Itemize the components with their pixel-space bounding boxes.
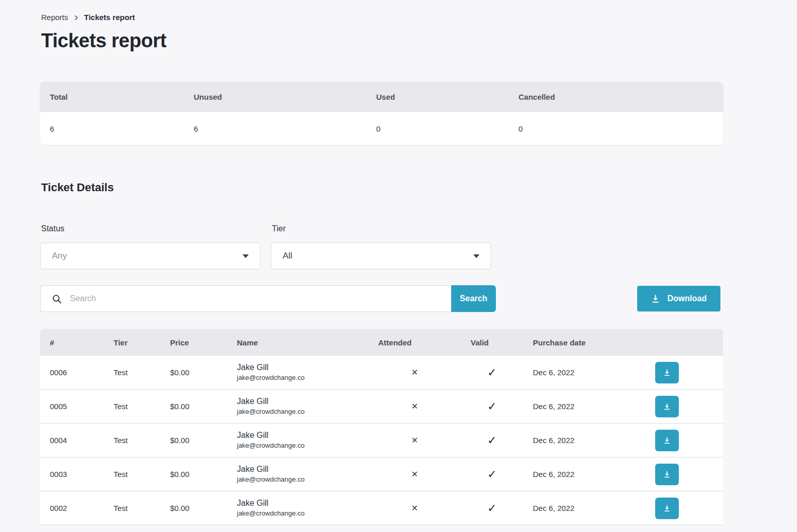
download-button-label: Download [668,294,707,303]
row-actions-cell [637,362,723,383]
summary-header-row: Total Unused Used Cancelled [40,82,723,112]
ticket-number: 0002 [40,504,104,512]
table-row: 0005 Test $0.00 Jake Gill jake@crowdchan… [40,390,723,424]
ticket-buyer: Jake Gill jake@crowdchange.co [227,396,368,416]
download-icon [651,295,660,303]
ticket-number: 0005 [40,402,104,411]
summary-card: Total Unused Used Cancelled 6 6 0 0 [40,82,723,145]
purchase-date: Dec 6, 2022 [523,470,637,479]
tier-select[interactable]: All [271,243,491,269]
ticket-buyer: Jake Gill jake@crowdchange.co [227,430,368,450]
valid-cell: ✓ [461,366,523,379]
search-box [40,285,451,312]
ticket-buyer: Jake Gill jake@crowdchange.co [227,464,368,484]
purchase-date: Dec 6, 2022 [523,436,637,445]
row-actions-cell [637,464,723,485]
status-select-value: Any [52,251,67,261]
table-row: 0004 Test $0.00 Jake Gill jake@crowdchan… [40,424,723,457]
ticket-tier: Test [104,504,160,512]
caret-down-icon [473,254,479,258]
download-icon [663,403,671,410]
summary-unused-value: 6 [184,124,366,133]
col-valid-header: Valid [461,338,523,347]
summary-col-cancelled: Cancelled [509,93,723,101]
col-number-header: # [40,338,104,347]
x-mark-icon: ✕ [411,470,418,479]
download-button[interactable]: Download [637,286,720,311]
buyer-email: jake@crowdchange.co [237,374,368,382]
buyer-email: jake@crowdchange.co [237,442,368,450]
search-row: Search Download [40,285,723,312]
status-label: Status [40,224,261,233]
summary-col-total: Total [40,93,184,101]
download-icon [663,369,671,376]
check-mark-icon: ✓ [487,400,496,413]
search-input[interactable] [41,286,451,311]
table-row: 0002 Test $0.00 Jake Gill jake@crowdchan… [40,491,723,525]
x-mark-icon: ✕ [411,368,418,377]
purchase-date: Dec 6, 2022 [523,402,637,411]
check-mark-icon: ✓ [487,468,496,481]
summary-used-value: 0 [366,124,509,133]
attended-cell: ✕ [368,401,461,411]
buyer-name: Jake Gill [237,430,368,441]
row-download-button[interactable] [655,464,679,485]
row-download-button[interactable] [655,498,679,519]
summary-col-used: Used [366,93,509,101]
check-mark-icon: ✓ [487,502,496,515]
search-button[interactable]: Search [451,285,496,312]
table-row: 0003 Test $0.00 Jake Gill jake@crowdchan… [40,457,723,491]
row-download-button[interactable] [655,430,679,451]
tier-filter: Tier All [271,224,491,269]
valid-cell: ✓ [461,468,523,481]
summary-col-unused: Unused [184,93,366,101]
col-attended-header: Attended [368,338,461,347]
valid-cell: ✓ [461,400,523,413]
summary-values-row: 6 6 0 0 [40,112,723,145]
tickets-table-header: # Tier Price Name Attended Valid Purchas… [40,329,723,356]
ticket-number: 0004 [40,436,104,445]
x-mark-icon: ✕ [411,504,418,512]
download-icon [663,505,671,512]
buyer-name: Jake Gill [237,464,368,474]
ticket-price: $0.00 [160,368,227,377]
ticket-tier: Test [104,368,160,377]
page-container: Reports Tickets report Tickets report To… [40,0,723,525]
ticket-price: $0.00 [160,504,227,512]
ticket-tier: Test [104,470,160,479]
ticket-buyer: Jake Gill jake@crowdchange.co [227,362,368,382]
status-select[interactable]: Any [40,243,261,269]
ticket-buyer: Jake Gill jake@crowdchange.co [227,498,368,518]
buyer-email: jake@crowdchange.co [237,408,368,416]
breadcrumb: Reports Tickets report [40,13,723,22]
attended-cell: ✕ [368,503,461,513]
caret-down-icon [243,254,249,258]
chevron-right-icon [73,15,79,21]
ticket-tier: Test [104,436,160,445]
col-name-header: Name [227,338,368,347]
ticket-price: $0.00 [160,436,227,445]
attended-cell: ✕ [368,469,461,479]
ticket-price: $0.00 [160,402,227,411]
tier-select-value: All [283,251,292,261]
col-purchase-date-header: Purchase date [523,338,637,347]
download-icon [663,437,671,444]
check-mark-icon: ✓ [487,434,496,447]
ticket-details-heading: Ticket Details [40,181,723,194]
valid-cell: ✓ [461,502,523,515]
ticket-number: 0006 [40,368,104,377]
row-actions-cell [637,498,723,519]
purchase-date: Dec 6, 2022 [523,504,637,512]
ticket-price: $0.00 [160,470,227,479]
filters-row: Status Any Tier All [40,224,723,269]
row-download-button[interactable] [655,362,679,383]
row-actions-cell [637,430,723,451]
tickets-table: # Tier Price Name Attended Valid Purchas… [40,329,723,525]
row-download-button[interactable] [655,396,679,417]
buyer-email: jake@crowdchange.co [237,475,368,484]
valid-cell: ✓ [461,434,523,447]
buyer-name: Jake Gill [237,362,368,373]
breadcrumb-reports-link[interactable]: Reports [41,13,68,22]
attended-cell: ✕ [368,435,461,445]
tier-label: Tier [271,224,491,233]
